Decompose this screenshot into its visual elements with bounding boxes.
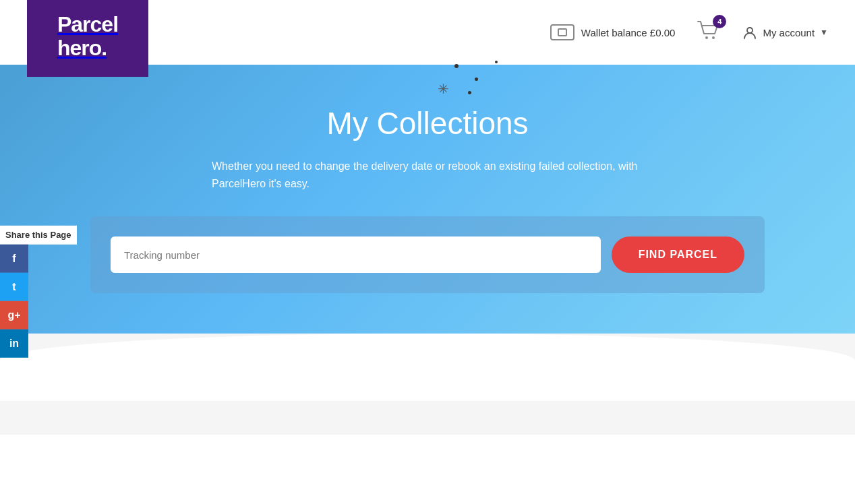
hero-subtitle: Whether you need to change the delivery … [171, 158, 684, 192]
wallet-section: Wallet balance £0.00 [550, 24, 676, 40]
logo: Parcel hero. [27, 0, 148, 77]
account-icon [742, 25, 757, 40]
twitter-share-button[interactable]: t [0, 273, 28, 301]
header-right: Wallet balance £0.00 4 My account ▼ [550, 19, 828, 46]
chevron-down-icon: ▼ [820, 28, 828, 37]
account-label: My account [763, 27, 815, 38]
svg-point-0 [705, 36, 708, 39]
cart-button[interactable]: 4 [697, 19, 721, 46]
white-curve-decoration [0, 334, 855, 401]
share-label: Share this Page [0, 226, 77, 245]
facebook-share-button[interactable]: f [0, 245, 28, 273]
wallet-balance: Wallet balance £0.00 [581, 27, 676, 38]
logo-link[interactable]: Parcel hero. [27, 0, 148, 77]
find-parcel-button[interactable]: FIND PARCEL [612, 237, 744, 273]
svg-point-2 [747, 28, 753, 33]
wallet-icon [550, 24, 574, 40]
linkedin-share-button[interactable]: in [0, 329, 28, 358]
hero-content: My Collections Whether you need to chang… [90, 105, 765, 293]
account-menu[interactable]: My account ▼ [742, 25, 828, 40]
hero-title: My Collections [90, 105, 765, 141]
tracking-number-input[interactable] [111, 237, 601, 273]
share-sidebar: Share this Page f t g+ in [0, 226, 77, 358]
logo-text: Parcel hero. [57, 13, 118, 60]
search-box: FIND PARCEL [90, 216, 765, 293]
google-share-button[interactable]: g+ [0, 301, 28, 329]
bottom-area [0, 334, 855, 435]
header: Parcel hero. ✳ Wallet balance £0.00 4 [0, 0, 855, 65]
svg-point-1 [712, 36, 715, 39]
hero-section: My Collections Whether you need to chang… [0, 65, 855, 334]
dot-4 [495, 61, 498, 63]
cart-count-badge: 4 [713, 15, 726, 28]
